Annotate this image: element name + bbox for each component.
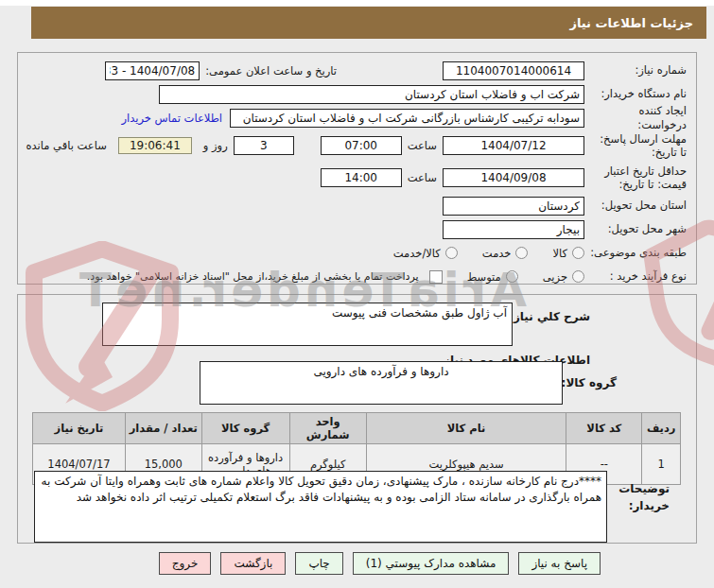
goods-radio-label: کالا	[552, 247, 567, 260]
medium-radio-label: متوسط	[467, 270, 501, 284]
print-button[interactable]: چاپ	[295, 552, 342, 575]
row-deadline: مهلت ارسال پاسخ: تا تاریخ: ساعت روز و 19…	[26, 131, 687, 160]
buyer-org-input[interactable]	[159, 85, 584, 104]
col-row-number: ردیف	[642, 413, 681, 444]
col-goods-group: گروه کالا	[201, 413, 289, 444]
process-type-label: نوع فرآیند خرید :	[590, 269, 687, 283]
city-label: شهر محل تحویل:	[590, 222, 687, 235]
medium-radio[interactable]	[506, 270, 518, 283]
row-process-type: نوع فرآیند خرید : جزیی متوسط پرداخت تمام…	[26, 267, 687, 286]
page-title-bar: جزئیات اطلاعات نیاز	[31, 7, 706, 39]
validity-label: حداقل تاریخ اعتبار قیمت: تا تاریخ:	[590, 164, 687, 192]
remaining-time-badge: 19:06:41	[118, 137, 192, 154]
goods-radio[interactable]	[572, 247, 584, 259]
classification-option-goods-service[interactable]: کالا/خدمت	[393, 247, 458, 260]
service-radio-label: خدمت	[482, 247, 512, 260]
general-description-label: شرح کلي نیاز:	[509, 310, 590, 323]
creator-input[interactable]	[230, 109, 584, 128]
buyer-notes-textarea[interactable]: ****درج نام کارخانه سازنده ، مارک پیشنها…	[34, 471, 607, 543]
goods-group-label: گروه کالا:	[562, 376, 617, 389]
minor-radio[interactable]	[572, 270, 584, 283]
treasury-payment-option[interactable]: پرداخت تمام یا بخشی از مبلغ خرید،از محل …	[87, 270, 443, 284]
back-button[interactable]: بازگشت	[220, 552, 286, 575]
action-button-bar: پاسخ به نیاز مشاهده مدارک پیوستي (1) چاپ…	[159, 552, 601, 575]
need-info-groupbox: شماره نیاز: تاریخ و ساعت اعلان عمومی: نا…	[17, 52, 697, 285]
deadline-time-input[interactable]	[321, 136, 402, 155]
need-details-page: جزئیات اطلاعات نیاز شماره نیاز: تاریخ و …	[0, 0, 714, 588]
row-price-validity: حداقل تاریخ اعتبار قیمت: تا تاریخ: ساعت	[26, 164, 687, 192]
page-title: جزئیات اطلاعات نیاز	[569, 16, 693, 30]
process-option-minor[interactable]: جزیی	[543, 270, 584, 284]
row-city: شهر محل تحویل:	[26, 219, 687, 239]
need-number-label: شماره نیاز:	[590, 63, 687, 77]
province-input[interactable]	[443, 197, 584, 216]
row-buyer-org: نام دستگاه خریدار:	[26, 84, 687, 104]
announcement-label: تاریخ و ساعت اعلان عمومی:	[205, 64, 337, 78]
row-need-number: شماره نیاز: تاریخ و ساعت اعلان عمومی:	[26, 61, 687, 80]
cell-row-number: 1	[642, 444, 681, 485]
validity-date-input[interactable]	[443, 168, 584, 187]
col-count-unit: واحد شمارش	[289, 413, 366, 444]
col-goods-name: نام کالا	[366, 413, 566, 444]
validity-hour-label: ساعت	[408, 171, 437, 184]
buyer-notes-label: توضیحات خریدار:	[609, 480, 670, 514]
exit-button[interactable]: خروج	[159, 552, 212, 575]
service-radio[interactable]	[515, 247, 528, 259]
goods-group-textarea[interactable]: داروها و فرآورده های دارویی	[200, 361, 563, 405]
deadline-days-input[interactable]	[234, 136, 294, 155]
city-input[interactable]	[443, 220, 584, 239]
respond-to-need-button[interactable]: پاسخ به نیاز	[518, 552, 601, 575]
goods-table-header-row: ردیف کد کالا نام کالا واحد شمارش گروه کا…	[33, 413, 681, 444]
classification-option-goods[interactable]: کالا	[552, 247, 584, 260]
treasury-payment-checkbox[interactable]	[429, 270, 443, 284]
deadline-date-input[interactable]	[443, 136, 584, 155]
deadline-hour-label: ساعت	[408, 139, 437, 152]
classification-option-service[interactable]: خدمت	[482, 247, 529, 260]
validity-time-input[interactable]	[321, 168, 402, 187]
minor-radio-label: جزیی	[543, 270, 567, 284]
row-creator: ایجاد کننده درخواست: اطلاعات تماس خریدار	[26, 108, 687, 128]
announcement-datetime-input[interactable]	[105, 61, 200, 80]
province-label: استان محل تحویل:	[590, 199, 687, 212]
goods-service-radio[interactable]	[445, 247, 458, 259]
treasury-payment-label: پرداخت تمام یا بخشی از مبلغ خرید،از محل …	[87, 270, 419, 283]
creator-label: ایجاد کننده درخواست:	[590, 104, 687, 131]
col-quantity: تعداد / مقدار	[125, 413, 201, 444]
deadline-days-label: روز و	[203, 139, 228, 152]
buyer-org-label: نام دستگاه خریدار:	[590, 87, 687, 100]
col-goods-code: کد کالا	[566, 413, 642, 444]
classification-label: طبقه بندی موضوعی:	[590, 246, 687, 259]
view-attachments-button[interactable]: مشاهده مدارک پیوستي (1)	[353, 552, 510, 575]
need-number-input[interactable]	[443, 61, 584, 80]
deadline-label: مهلت ارسال پاسخ: تا تاریخ:	[590, 132, 687, 160]
remaining-time-label: ساعت باقي مانده	[26, 139, 107, 152]
col-need-date: تاریخ نیاز	[33, 413, 126, 444]
goods-groupbox: شرح کلي نیاز: آب ژاول طبق مشخصات فنی پیو…	[17, 294, 697, 544]
row-province: استان محل تحویل:	[26, 196, 687, 216]
process-option-medium[interactable]: متوسط	[467, 270, 518, 284]
general-description-textarea[interactable]: آب ژاول طبق مشخصات فنی پیوست	[102, 303, 513, 346]
buyer-contact-link[interactable]: اطلاعات تماس خریدار	[121, 112, 222, 125]
row-classification: طبقه بندی موضوعی: کالا خدمت کالا/خدمت	[26, 243, 687, 263]
goods-service-radio-label: کالا/خدمت	[393, 247, 441, 260]
